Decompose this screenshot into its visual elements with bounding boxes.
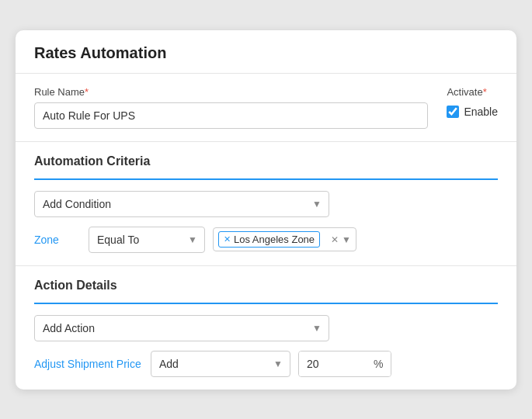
zone-tag: ✕ Los Angeles Zone	[218, 231, 320, 248]
automation-criteria-title: Automation Criteria	[34, 154, 498, 168]
equal-to-select[interactable]: Equal To Not Equal To Contains	[89, 227, 205, 253]
zone-tag-label: Los Angeles Zone	[234, 234, 315, 245]
rule-name-group: Rule Name*	[34, 86, 428, 129]
action-details-section: Action Details Add Action Adjust Shipmen…	[16, 266, 516, 390]
rates-automation-card: Rates Automation Rule Name* Activate* En…	[16, 30, 516, 390]
tag-dropdown-icon[interactable]: ▼	[342, 234, 351, 245]
enable-label: Enable	[464, 106, 498, 118]
action-underline	[34, 303, 498, 304]
amount-input[interactable]	[299, 351, 369, 376]
tag-select-controls[interactable]: ✕ ▼	[331, 234, 351, 245]
zone-condition-row: Zone Equal To Not Equal To Contains ▼ ✕ …	[34, 227, 498, 253]
tag-clear-icon[interactable]: ✕	[331, 234, 339, 245]
zone-label: Zone	[34, 234, 81, 246]
adjust-price-row: Adjust Shipment Price Add Subtract Multi…	[34, 351, 498, 377]
rule-name-input[interactable]	[34, 102, 428, 129]
card-header: Rates Automation	[16, 30, 516, 74]
criteria-underline	[34, 178, 498, 180]
enable-checkbox-row: Enable	[447, 102, 498, 118]
equal-to-dropdown[interactable]: Equal To Not Equal To Contains ▼	[89, 227, 205, 253]
zone-tag-select[interactable]: ✕ Los Angeles Zone ✕ ▼	[213, 227, 356, 251]
amount-input-wrap: %	[298, 351, 391, 377]
rule-name-section: Rule Name* Activate* Enable	[16, 74, 516, 142]
tag-x-icon[interactable]: ✕	[224, 234, 231, 244]
activate-group: Activate* Enable	[447, 86, 498, 118]
automation-criteria-section: Automation Criteria Add Condition Zone W…	[16, 142, 516, 266]
adjust-label: Adjust Shipment Price	[34, 358, 143, 370]
add-action-select[interactable]: Add Action Adjust Shipment Price Set Fix…	[34, 315, 329, 341]
add-condition-dropdown[interactable]: Add Condition Zone Weight Price ▼	[34, 191, 329, 217]
add-select[interactable]: Add Subtract Multiply Set To	[151, 351, 290, 377]
activate-label: Activate*	[447, 86, 498, 98]
enable-checkbox[interactable]	[447, 106, 459, 118]
add-action-dropdown[interactable]: Add Action Adjust Shipment Price Set Fix…	[34, 315, 329, 341]
rule-name-label: Rule Name*	[34, 86, 428, 98]
action-details-title: Action Details	[34, 279, 498, 293]
add-dropdown[interactable]: Add Subtract Multiply Set To ▼	[151, 351, 290, 377]
page-title: Rates Automation	[34, 44, 498, 62]
percent-symbol: %	[369, 351, 391, 376]
add-condition-select[interactable]: Add Condition Zone Weight Price	[34, 191, 329, 217]
